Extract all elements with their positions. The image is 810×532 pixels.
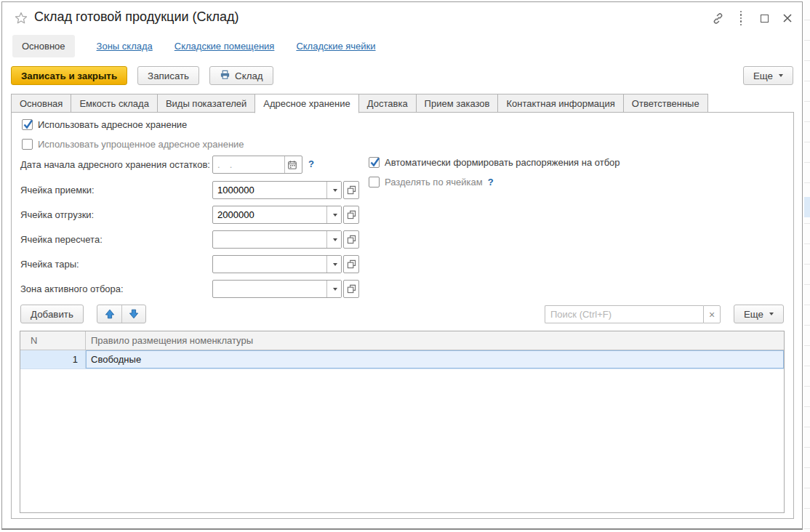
shipping-cell-input[interactable] <box>213 206 326 223</box>
search-group: × <box>545 305 721 323</box>
field-label-shipping-cell: Ячейка отгрузки: <box>20 209 94 220</box>
print-warehouse-button[interactable]: Склад <box>209 66 273 85</box>
search-input[interactable] <box>545 305 703 323</box>
column-header-n[interactable]: N <box>20 331 86 350</box>
page-title: Склад готовой продукции (Склад) <box>34 9 239 25</box>
active-pick-zone-field <box>212 280 342 298</box>
get-link-icon[interactable] <box>709 10 726 26</box>
tab-delivery[interactable]: Доставка <box>358 94 417 113</box>
dropdown-arrow-icon[interactable] <box>326 182 341 198</box>
checkbox-unchecked-icon <box>22 139 33 150</box>
screen: Склад готовой продукции (Склад) Основное… <box>0 0 810 532</box>
add-row-button[interactable]: Добавить <box>20 305 84 323</box>
nav-item-main[interactable]: Основное <box>12 35 75 57</box>
address-storage-panel: Использовать адресное хранение Использов… <box>11 112 794 519</box>
placement-rule-cell[interactable]: Свободные <box>86 350 784 368</box>
shipping-cell-field <box>212 206 342 224</box>
tab-indicator-kinds[interactable]: Виды показателей <box>157 94 255 113</box>
container-cell-input[interactable] <box>213 256 326 273</box>
active-pick-zone-input[interactable] <box>213 281 326 297</box>
dropdown-arrow-icon[interactable] <box>326 206 341 223</box>
recount-cell-field <box>212 230 342 249</box>
field-label-container-cell: Ячейка тары: <box>20 259 79 270</box>
nav-link-warehouse-rooms[interactable]: Складские помещения <box>175 41 275 52</box>
close-icon[interactable] <box>779 10 796 26</box>
tab-capacity[interactable]: Емкость склада <box>71 94 157 113</box>
reception-cell-field <box>212 181 342 199</box>
tab-strip: Основная Емкость склада Виды показателей… <box>11 93 707 113</box>
checkbox-auto-create-pick-orders[interactable]: Автоматически формировать распоряжения н… <box>369 157 620 168</box>
recount-cell-input[interactable] <box>213 231 326 248</box>
date-help-icon[interactable]: ? <box>308 158 314 169</box>
field-label-reception-cell: Ячейка приемки: <box>20 185 95 196</box>
toolbar-more-button[interactable]: Еще <box>743 66 793 85</box>
active-pick-zone-open-button[interactable] <box>343 280 359 298</box>
tab-address-storage[interactable]: Адресное хранение <box>254 94 359 113</box>
tab-order-reception[interactable]: Прием заказов <box>416 94 499 113</box>
background-window-sliver <box>804 0 810 532</box>
checkbox-split-by-cells[interactable]: Разделять по ячейкам ? <box>369 177 494 188</box>
chevron-down-icon <box>769 313 774 315</box>
calendar-icon[interactable] <box>284 156 299 173</box>
printer-icon <box>220 69 230 82</box>
container-cell-open-button[interactable] <box>343 255 359 273</box>
checkbox-use-simplified-storage[interactable]: Использовать упрощенное адресное хранени… <box>22 139 244 150</box>
search-clear-icon[interactable]: × <box>703 305 721 323</box>
split-help-icon[interactable]: ? <box>488 177 494 188</box>
favorite-star-icon[interactable] <box>14 11 28 25</box>
table-command-bar: Добавить × Еще <box>20 305 785 324</box>
date-start-label: Дата начала адресного хранения остатков: <box>20 159 210 170</box>
save-and-close-button[interactable]: Записать и закрыть <box>11 66 127 85</box>
date-start-input-group <box>212 156 302 174</box>
save-button[interactable]: Записать <box>137 66 199 85</box>
dropdown-arrow-icon[interactable] <box>326 256 341 273</box>
reception-cell-input[interactable] <box>213 182 326 198</box>
toolbar: Записать и закрыть Записать Склад Еще <box>11 65 793 86</box>
placement-rules-table: N Правило размещения номенклатуры 1 Своб… <box>20 331 785 513</box>
table-more-button[interactable]: Еще <box>734 305 784 323</box>
field-label-active-pick-zone: Зона активного отбора: <box>20 283 124 294</box>
container-cell-field <box>212 255 342 273</box>
checkbox-checked-icon <box>369 157 380 168</box>
move-down-icon[interactable] <box>121 305 145 323</box>
shipping-cell-open-button[interactable] <box>343 206 359 224</box>
move-row-buttons <box>97 305 146 323</box>
tab-contact-info[interactable]: Контактная информация <box>497 94 623 113</box>
date-start-input[interactable] <box>213 156 284 173</box>
table-row[interactable]: 1 Свободные <box>20 350 784 369</box>
column-header-rule[interactable]: Правило размещения номенклатуры <box>86 331 784 350</box>
table-header-row: N Правило размещения номенклатуры <box>20 331 784 350</box>
move-up-icon[interactable] <box>97 305 121 323</box>
tab-responsible[interactable]: Ответственные <box>623 94 708 113</box>
maximize-icon[interactable] <box>755 10 773 26</box>
checkbox-use-address-storage[interactable]: Использовать адресное хранение <box>22 119 187 130</box>
nav-link-warehouse-zones[interactable]: Зоны склада <box>97 41 153 52</box>
chevron-down-icon <box>779 74 783 77</box>
row-number-cell: 1 <box>20 350 86 368</box>
warehouse-form-window: Склад готовой продукции (Склад) Основное… <box>1 1 803 530</box>
dropdown-arrow-icon[interactable] <box>326 281 341 297</box>
tab-main[interactable]: Основная <box>11 94 71 113</box>
nav-bar: Основное Зоны склада Складские помещения… <box>12 34 376 57</box>
recount-cell-open-button[interactable] <box>343 230 359 249</box>
dropdown-arrow-icon[interactable] <box>326 231 341 248</box>
reception-cell-open-button[interactable] <box>343 181 359 199</box>
field-label-recount-cell: Ячейка пересчета: <box>20 234 103 245</box>
more-menu-icon[interactable] <box>732 10 750 26</box>
checkbox-checked-icon <box>22 119 33 130</box>
titlebar: Склад готовой продукции (Склад) <box>2 2 802 31</box>
checkbox-unchecked-icon <box>369 177 380 188</box>
nav-link-warehouse-cells[interactable]: Складские ячейки <box>296 41 375 52</box>
